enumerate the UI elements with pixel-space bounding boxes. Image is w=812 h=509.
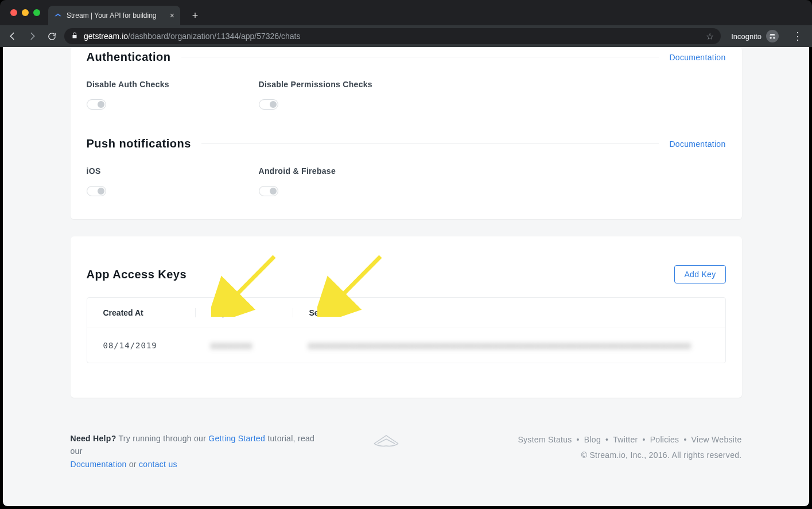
need-help-label: Need Help? bbox=[71, 434, 116, 443]
ios-push-toggle[interactable] bbox=[87, 186, 106, 196]
new-tab-button[interactable]: + bbox=[187, 7, 203, 24]
bookmark-star-icon[interactable]: ☆ bbox=[706, 31, 714, 42]
add-key-button[interactable]: Add Key bbox=[674, 265, 725, 283]
browser-tab[interactable]: Stream | Your API for building × bbox=[48, 6, 180, 25]
disable-auth-checks-label: Disable Auth Checks bbox=[87, 80, 259, 89]
url-text: getstream.io/dashboard/organization/1134… bbox=[84, 32, 301, 41]
reload-button[interactable] bbox=[45, 29, 59, 43]
back-button[interactable] bbox=[6, 29, 20, 43]
key-header: Key bbox=[195, 308, 293, 317]
table-row: 08/14/2019 xxxxxxx xxxxxxxxxxxxxxxxxxxxx… bbox=[87, 328, 725, 363]
getting-started-link[interactable]: Getting Started bbox=[208, 434, 265, 443]
minimize-window-icon[interactable] bbox=[22, 9, 29, 16]
stream-favicon-icon bbox=[54, 11, 62, 20]
window-traffic-lights[interactable] bbox=[10, 9, 40, 16]
twitter-link[interactable]: Twitter bbox=[613, 435, 638, 444]
close-window-icon[interactable] bbox=[10, 9, 17, 16]
stream-boat-icon bbox=[373, 433, 399, 450]
android-push-label: Android & Firebase bbox=[259, 166, 431, 176]
authentication-title: Authentication bbox=[87, 50, 171, 64]
tab-strip: Stream | Your API for building × + bbox=[0, 0, 812, 25]
forward-button[interactable] bbox=[25, 29, 39, 43]
push-documentation-link[interactable]: Documentation bbox=[669, 139, 725, 149]
disable-auth-checks-toggle[interactable] bbox=[87, 99, 106, 110]
page-footer: Need Help? Try running through our Getti… bbox=[71, 415, 742, 505]
created-at-cell: 08/14/2019 bbox=[103, 341, 195, 350]
push-section-header: Push notifications Documentation bbox=[87, 137, 726, 150]
view-website-link[interactable]: View Website bbox=[691, 435, 742, 444]
maximize-window-icon[interactable] bbox=[33, 9, 40, 16]
keys-table: Created At Key Secret 08/14/2019 xxxxxxx… bbox=[87, 297, 726, 363]
incognito-badge: Incognito bbox=[726, 30, 783, 42]
ios-push-label: iOS bbox=[87, 166, 259, 176]
blog-link[interactable]: Blog bbox=[584, 435, 601, 444]
close-tab-icon[interactable]: × bbox=[170, 11, 174, 20]
contact-us-link[interactable]: contact us bbox=[139, 460, 177, 469]
documentation-link[interactable]: Documentation bbox=[71, 460, 127, 469]
secret-header[interactable]: Secret bbox=[293, 308, 709, 317]
tab-title: Stream | Your API for building bbox=[67, 11, 157, 20]
disable-permissions-checks-toggle[interactable] bbox=[259, 99, 278, 110]
browser-menu-button[interactable]: ⋮ bbox=[789, 30, 806, 42]
secret-cell: xxxxxxxxxxxxxxxxxxxxxxxxxxxxxxxxxxxxxxxx… bbox=[293, 341, 709, 350]
system-status-link[interactable]: System Status bbox=[518, 435, 572, 444]
push-title: Push notifications bbox=[87, 137, 191, 150]
disable-permissions-checks-label: Disable Permissions Checks bbox=[259, 80, 431, 89]
chevron-down-icon bbox=[337, 309, 343, 317]
table-header: Created At Key Secret bbox=[87, 298, 725, 328]
copyright-text: © Stream.io, Inc., 2016. All rights rese… bbox=[518, 448, 741, 463]
address-bar[interactable]: getstream.io/dashboard/organization/1134… bbox=[64, 28, 721, 44]
browser-toolbar: getstream.io/dashboard/organization/1134… bbox=[0, 25, 812, 47]
authentication-section-header: Authentication Documentation bbox=[87, 47, 726, 64]
lock-icon bbox=[71, 32, 78, 41]
incognito-icon bbox=[766, 30, 779, 42]
android-push-toggle[interactable] bbox=[259, 186, 278, 196]
policies-link[interactable]: Policies bbox=[650, 435, 679, 444]
app-access-keys-title: App Access Keys bbox=[87, 268, 187, 281]
auth-documentation-link[interactable]: Documentation bbox=[669, 53, 725, 62]
key-cell: xxxxxxx bbox=[195, 341, 293, 350]
created-at-header: Created At bbox=[103, 308, 195, 317]
